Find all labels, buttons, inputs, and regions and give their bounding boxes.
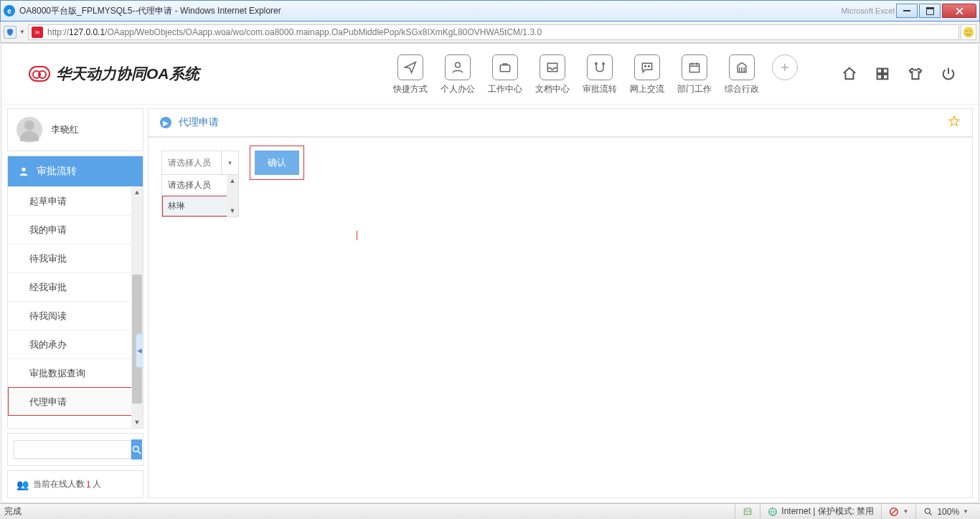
dropdown-scrollbar[interactable]: ▲ ▼ xyxy=(227,175,238,216)
main-body: 请选择人员 ▼ 请选择人员 林琳 ▲ ▼ 确认 xyxy=(148,137,973,498)
shirt-icon[interactable] xyxy=(907,65,924,82)
search-input[interactable] xyxy=(14,440,131,459)
sidebar-item-to-read[interactable]: 待我阅读 xyxy=(8,301,143,330)
topnav-approval[interactable]: 审批流转 xyxy=(583,54,617,94)
inbox-icon xyxy=(540,54,565,80)
scroll-down-icon[interactable]: ▼ xyxy=(227,205,238,216)
svg-rect-10 xyxy=(877,75,882,79)
avatar-icon xyxy=(17,117,42,143)
svg-point-2 xyxy=(969,30,971,32)
globe-icon xyxy=(768,507,778,517)
star-icon xyxy=(948,115,961,128)
online-suffix: 人 xyxy=(93,478,101,490)
flow-icon xyxy=(587,54,613,80)
maximize-button[interactable] xyxy=(919,4,941,18)
zoom-icon xyxy=(923,507,933,517)
online-number: 1 xyxy=(86,480,91,490)
svg-point-5 xyxy=(645,65,646,67)
status-popup-icon[interactable] xyxy=(735,504,760,519)
svg-rect-4 xyxy=(500,65,509,71)
sidebar-collapse-icon[interactable]: ◀ xyxy=(136,333,143,368)
main-titlebar: ▶ 代理申请 xyxy=(148,108,973,137)
scroll-up-icon[interactable]: ▲ xyxy=(227,175,238,186)
logo-text: 华天动力协同OA系统 xyxy=(56,64,199,84)
logo-icon xyxy=(29,66,50,82)
chat-icon xyxy=(634,54,660,80)
sidebar-section-approval[interactable]: 审批流转 xyxy=(8,156,143,186)
topnav-dept[interactable]: 部门工作 xyxy=(677,54,712,94)
minimize-button[interactable] xyxy=(896,4,918,18)
logo: 华天动力协同OA系统 xyxy=(29,64,199,84)
favicon-icon: ∞ xyxy=(32,27,43,38)
scroll-up-icon[interactable]: ▲ xyxy=(131,186,143,198)
select-toggle[interactable]: 请选择人员 ▼ xyxy=(161,151,239,175)
ie-icon: e xyxy=(4,5,15,16)
grid-icon[interactable] xyxy=(874,65,891,82)
topnav-chat[interactable]: 网上交流 xyxy=(630,54,664,94)
user-icon xyxy=(445,54,471,80)
top-util xyxy=(841,65,957,82)
sidebar: 李晓红 审批流转 起草申请 我的申请 待我审批 经我审批 待我阅读 我的承办 审… xyxy=(7,108,143,503)
people-icon: 👥 xyxy=(17,479,29,490)
topnav-work[interactable]: 工作中心 xyxy=(488,54,522,94)
topnav-docs[interactable]: 文档中心 xyxy=(535,54,570,94)
url-input[interactable]: ∞ http://127.0.0.1/OAapp/WebObjects/OAap… xyxy=(28,24,959,40)
topnav-add[interactable] xyxy=(772,54,798,94)
favorite-button[interactable] xyxy=(948,115,961,130)
svg-point-0 xyxy=(963,27,974,37)
sidebar-item-draft[interactable]: 起草申请 xyxy=(8,186,143,215)
sidebar-search xyxy=(7,433,143,466)
body-row: 李晓红 审批流转 起草申请 我的申请 待我审批 经我审批 待我阅读 我的承办 审… xyxy=(1,105,979,503)
security-shield-icon[interactable] xyxy=(4,26,17,39)
power-icon[interactable] xyxy=(940,65,957,82)
person-select: 请选择人员 ▼ 请选择人员 林琳 ▲ ▼ xyxy=(161,151,239,175)
svg-point-18 xyxy=(925,508,930,513)
sidebar-item-my-apply[interactable]: 我的申请 xyxy=(8,215,143,244)
scroll-down-icon[interactable]: ▼ xyxy=(131,416,143,428)
chevron-down-icon: ▼ xyxy=(963,508,969,515)
window-title: OA8000平台版_FPLMYSQL5--代理申请 - Windows Inte… xyxy=(19,5,669,17)
sidebar-item-pending[interactable]: 待我审批 xyxy=(8,244,143,272)
svg-rect-9 xyxy=(883,69,887,73)
topnav-shortcut[interactable]: 快捷方式 xyxy=(393,54,428,94)
close-button[interactable] xyxy=(942,4,976,18)
calendar-icon xyxy=(682,54,707,80)
search-button[interactable] xyxy=(131,439,142,460)
chevron-down-icon: ▼ xyxy=(903,508,908,515)
svg-rect-11 xyxy=(883,75,887,79)
select-dropdown: 请选择人员 林琳 ▲ ▼ xyxy=(161,175,239,217)
sidebar-menu: 审批流转 起草申请 我的申请 待我审批 经我审批 待我阅读 我的承办 审批数据查… xyxy=(7,156,143,429)
sidebar-item-my-task[interactable]: 我的承办 xyxy=(8,330,143,358)
user-fill-icon xyxy=(18,166,29,177)
status-security-zone[interactable]: Internet | 保护模式: 禁用 xyxy=(760,504,881,519)
svg-point-13 xyxy=(133,446,139,452)
home-icon[interactable] xyxy=(841,65,858,82)
user-card[interactable]: 李晓红 xyxy=(7,108,143,151)
status-bar: 完成 Internet | 保护模式: 禁用 ▼ 100% ▼ xyxy=(0,503,980,519)
sidebar-section-title: 审批流转 xyxy=(37,165,77,178)
sidebar-scrollbar[interactable]: ▲ ▼ xyxy=(131,186,143,428)
sidebar-item-proxy-apply[interactable]: 代理申请 xyxy=(8,387,143,416)
compat-view-button[interactable] xyxy=(961,24,976,40)
svg-rect-15 xyxy=(745,508,750,511)
topnav-admin[interactable]: 综合行政 xyxy=(725,54,759,94)
window-titlebar: e OA8000平台版_FPLMYSQL5--代理申请 - Windows In… xyxy=(0,0,980,22)
svg-point-3 xyxy=(456,62,461,67)
online-prefix: 当前在线人数 xyxy=(33,478,85,490)
search-icon xyxy=(131,444,142,455)
confirm-button[interactable]: 确认 xyxy=(255,151,299,175)
app-header: 华天动力协同OA系统 快捷方式 个人办公 工作中心 文档中心 审批流转 网上交流… xyxy=(1,44,979,105)
paper-plane-icon xyxy=(397,54,423,80)
topnav-personal[interactable]: 个人办公 xyxy=(440,54,475,94)
status-protected-mode[interactable]: ▼ xyxy=(881,504,915,519)
sidebar-item-approved[interactable]: 经我审批 xyxy=(8,272,143,301)
url-text: http://127.0.0.1/OAapp/WebObjects/OAapp.… xyxy=(47,27,542,37)
plus-icon xyxy=(772,54,798,80)
shield-dropdown-icon[interactable]: ▼ xyxy=(19,29,27,35)
page: 华天动力协同OA系统 快捷方式 个人办公 工作中心 文档中心 审批流转 网上交流… xyxy=(1,43,979,503)
main-title: 代理申请 xyxy=(179,116,219,129)
status-zoom[interactable]: 100% ▼ xyxy=(915,504,976,519)
sidebar-item-query[interactable]: 审批数据查询 xyxy=(8,358,143,387)
arrow-circle-icon: ▶ xyxy=(160,117,171,128)
user-name: 李晓红 xyxy=(51,123,79,136)
